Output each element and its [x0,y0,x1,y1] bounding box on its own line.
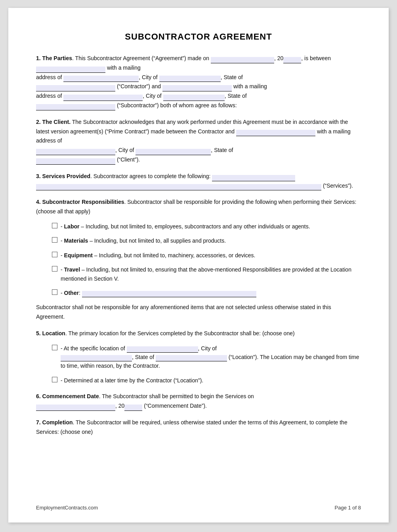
s7-label: 7. Completion [36,419,73,426]
labor-label: Labor [64,223,80,230]
s3-text: . Subcontractor agrees to complete the f… [90,173,211,179]
travel-label: Travel [64,266,80,273]
equipment-label: Equipment [64,252,93,258]
s1-text3: , is between [301,55,331,61]
section-6: 6. Commencement Date. The Subcontractor … [36,392,361,411]
s1-text7a: , State of [221,74,243,80]
s1-addr1-blank[interactable] [63,76,139,82]
s2-addr-blank[interactable] [36,149,115,155]
location-option2-box[interactable] [52,377,57,382]
s1-text11: , City of [143,93,161,99]
location-option2-text: - Determined at a later time by the Cont… [61,376,203,385]
s1-state2-blank[interactable] [36,104,115,110]
footer-left: EmploymentContracts.com [36,505,98,511]
s7-text: . The Subcontractor will be required, un… [36,419,347,435]
s1-date-blank[interactable] [211,57,274,63]
checkbox-materials: - Materials – Including, but not limited… [52,236,361,245]
s5-city-blank[interactable] [61,355,132,361]
s5-text: . The primary location for the Services … [65,330,295,336]
s2-contractor-blank[interactable] [236,130,315,136]
s1-state1-blank[interactable] [36,85,115,91]
s2-city-blank[interactable] [136,149,211,155]
checkbox-labor: - Labor – Including, but not limited to,… [52,222,361,231]
s1-text2: , 20 [274,55,283,61]
checkbox-other-box[interactable] [52,289,57,295]
materials-label: Materials [64,238,88,244]
s1-text1: . This Subcontractor Agreement (“Agreeme… [72,55,209,61]
section-4: 4. Subcontractor Responsibilities. Subco… [36,198,361,322]
section-5: 5. Location. The primary location for th… [36,329,361,385]
s1-text4: with a mailing [107,65,141,71]
s3-label: 3. Services Provided [36,173,90,179]
s5-location-blank[interactable] [127,346,198,353]
s2-state-blank[interactable] [36,158,115,165]
s2-text5: (“Client”). [117,156,140,163]
checkbox-other: - Other: [52,289,361,297]
s1-text8: (“Contractor”) and [117,83,161,89]
s1-text5a: address of [36,74,62,80]
s1-text13: (“Subcontractor”) both of whom agree as … [117,102,237,108]
s5-state-blank[interactable] [156,355,227,361]
section-7: 7. Completion. The Subcontractor will be… [36,418,361,437]
document-title: SUBCONTRACTOR AGREEMENT [36,32,361,42]
s2-label: 2. The Client. [36,119,71,125]
s6-text2: , 20 [115,403,124,409]
s1-addr2-blank[interactable] [63,95,143,101]
checkbox-labor-text: - Labor – Including, but not limited to,… [61,222,310,231]
location-option1: - At the specific location of , City of … [52,344,361,370]
s1-city1-blank[interactable] [159,76,221,82]
s6-label: 6. Commencement Date [36,393,99,399]
s6-text3: (“Commencement Date”). [144,403,207,409]
s3-services-blank2[interactable] [36,184,321,190]
s1-text6a: , City of [139,74,157,80]
s5-label: 5. Location [36,330,65,336]
checkbox-equipment-text: - Equipment – Including, but not limited… [61,251,256,260]
footer-right: Page 1 of 8 [335,505,361,511]
checkbox-equipment-box[interactable] [52,252,57,257]
s3-text2: (“Services”). [323,182,353,189]
location-option2: - Determined at a later time by the Cont… [52,376,361,385]
s1-label: 1. The Parties [36,55,72,61]
s1-text9: with a mailing [233,83,267,89]
s2-text4: , State of [211,147,233,153]
s1-text10: address of [36,93,62,99]
s6-year-blank[interactable] [124,405,142,411]
location-option1-text: - At the specific location of , City of … [61,344,361,370]
location-option1-box[interactable] [52,345,57,350]
checkbox-other-text: - Other: [61,289,256,297]
s3-services-blank1[interactable] [212,175,295,181]
checkbox-travel: - Travel – Including, but not limited to… [52,265,361,283]
s6-date-blank[interactable] [36,405,115,411]
other-label: Other [64,290,79,296]
s1-text12: , State of [225,93,247,99]
s4-footer: Subcontractor shall not be responsible f… [36,303,361,322]
checkbox-equipment: - Equipment – Including, but not limited… [52,251,361,260]
checkbox-travel-text: - Travel – Including, but not limited to… [61,265,361,283]
other-blank[interactable] [82,291,256,297]
checkbox-travel-box[interactable] [52,266,57,272]
s1-party2-blank[interactable] [162,85,232,91]
section-3: 3. Services Provided. Subcontractor agre… [36,172,361,191]
section-2: 2. The Client. The Subcontractor acknowl… [36,118,361,165]
checkbox-materials-box[interactable] [52,237,57,243]
s1-party1-blank[interactable] [36,66,105,73]
page-footer: EmploymentContracts.com Page 1 of 8 [36,505,361,511]
checkbox-labor-box[interactable] [52,223,57,228]
s2-text3: , City of [115,147,134,153]
s4-label: 4. Subcontractor Responsibilities [36,199,124,205]
section-1: 1. The Parties. This Subcontractor Agree… [36,54,361,110]
s1-year-blank[interactable] [283,57,301,63]
s1-city2-blank[interactable] [163,95,225,101]
checkbox-materials-text: - Materials – Including, but not limited… [61,236,226,245]
s6-text: . The Subcontractor shall be permitted t… [99,393,254,399]
document-page: SUBCONTRACTOR AGREEMENT 1. The Parties. … [8,8,389,522]
